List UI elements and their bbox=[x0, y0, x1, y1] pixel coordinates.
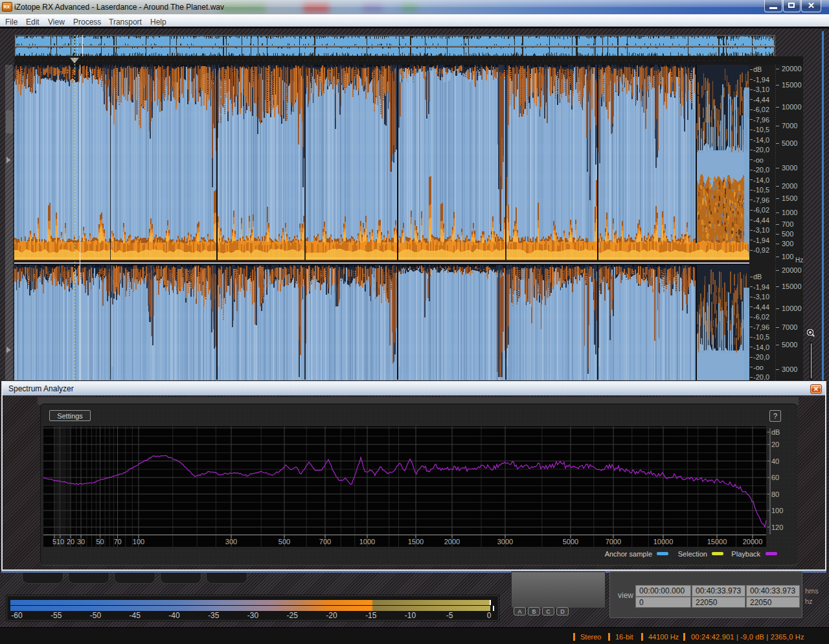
svg-text:120: 120 bbox=[771, 523, 783, 531]
svg-text:Playback: Playback bbox=[731, 550, 760, 558]
svg-text:100: 100 bbox=[133, 538, 144, 546]
svg-text:7000: 7000 bbox=[782, 122, 797, 130]
svg-text:3000: 3000 bbox=[782, 164, 797, 172]
svg-text:20000: 20000 bbox=[782, 266, 802, 274]
svg-text:-14,0: -14,0 bbox=[753, 343, 769, 351]
svg-text:5000: 5000 bbox=[563, 538, 578, 546]
svg-text:-4,44: -4,44 bbox=[753, 96, 769, 104]
svg-text:-1,94: -1,94 bbox=[753, 76, 769, 84]
svg-text:15000: 15000 bbox=[782, 81, 802, 89]
svg-text:80: 80 bbox=[771, 490, 779, 498]
svg-text:Hz: Hz bbox=[795, 257, 803, 264]
svg-text:-1,94: -1,94 bbox=[753, 283, 769, 291]
svg-text:-20,0: -20,0 bbox=[753, 166, 769, 174]
svg-text:-10,5: -10,5 bbox=[753, 333, 769, 341]
svg-text:dB: dB bbox=[753, 273, 762, 281]
svg-text:2000: 2000 bbox=[782, 182, 797, 190]
svg-text:20000: 20000 bbox=[782, 65, 802, 73]
svg-text:20: 20 bbox=[771, 441, 779, 448]
svg-text:300: 300 bbox=[782, 240, 793, 247]
svg-text:100: 100 bbox=[782, 253, 793, 260]
svg-text:-oo: -oo bbox=[753, 363, 764, 371]
svg-text:-3,10: -3,10 bbox=[753, 293, 769, 301]
svg-text:5000: 5000 bbox=[782, 139, 797, 147]
svg-text:-10,5: -10,5 bbox=[753, 126, 769, 133]
svg-text:2000: 2000 bbox=[444, 538, 460, 546]
svg-text:-6,02: -6,02 bbox=[753, 106, 769, 113]
svg-text:-20,0: -20,0 bbox=[753, 373, 769, 381]
svg-text:70: 70 bbox=[113, 538, 121, 546]
svg-text:1500: 1500 bbox=[782, 194, 797, 202]
svg-text:10000: 10000 bbox=[653, 538, 674, 546]
svg-text:5000: 5000 bbox=[782, 341, 797, 349]
svg-text:-7,96: -7,96 bbox=[753, 196, 769, 204]
svg-text:1500: 1500 bbox=[408, 538, 424, 546]
svg-text:-6,02: -6,02 bbox=[753, 206, 769, 214]
svg-text:Anchor sample: Anchor sample bbox=[605, 550, 652, 558]
svg-text:1000: 1000 bbox=[359, 538, 375, 546]
svg-text:-3,10: -3,10 bbox=[753, 226, 769, 234]
svg-text:-0,92: -0,92 bbox=[753, 246, 769, 254]
svg-text:500: 500 bbox=[278, 538, 290, 546]
svg-text:-20,0: -20,0 bbox=[753, 146, 769, 154]
svg-text:7000: 7000 bbox=[782, 323, 797, 331]
svg-text:-6,02: -6,02 bbox=[753, 313, 769, 321]
svg-text:-10,5: -10,5 bbox=[753, 186, 769, 194]
svg-text:-3,10: -3,10 bbox=[753, 86, 769, 93]
svg-text:30: 30 bbox=[77, 538, 85, 546]
svg-text:700: 700 bbox=[319, 538, 331, 546]
svg-text:20000: 20000 bbox=[743, 538, 763, 546]
svg-text:3000: 3000 bbox=[782, 365, 797, 373]
svg-text:50: 50 bbox=[96, 538, 104, 546]
svg-text:20: 20 bbox=[67, 538, 74, 546]
svg-text:40: 40 bbox=[771, 457, 779, 465]
svg-text:10000: 10000 bbox=[782, 103, 802, 111]
svg-text:-20,0: -20,0 bbox=[753, 353, 769, 361]
svg-text:-7,96: -7,96 bbox=[753, 116, 769, 124]
svg-text:-14,0: -14,0 bbox=[753, 176, 769, 184]
svg-text:-7,96: -7,96 bbox=[753, 323, 769, 331]
svg-text:-1,94: -1,94 bbox=[753, 236, 769, 244]
svg-text:300: 300 bbox=[225, 538, 237, 546]
svg-text:500: 500 bbox=[782, 230, 793, 238]
svg-text:-oo: -oo bbox=[753, 156, 764, 164]
svg-text:-14,0: -14,0 bbox=[753, 136, 769, 144]
svg-text:dB: dB bbox=[753, 65, 762, 73]
svg-text:15000: 15000 bbox=[782, 282, 802, 290]
svg-text:7000: 7000 bbox=[606, 538, 621, 546]
svg-text:15000: 15000 bbox=[707, 538, 727, 546]
svg-text:3000: 3000 bbox=[497, 538, 513, 546]
svg-text:dB: dB bbox=[771, 428, 780, 436]
svg-text:Selection: Selection bbox=[678, 550, 707, 558]
svg-text:10: 10 bbox=[56, 538, 64, 546]
svg-text:10000: 10000 bbox=[782, 305, 802, 312]
svg-text:700: 700 bbox=[782, 220, 793, 228]
svg-text:-4,44: -4,44 bbox=[753, 303, 769, 311]
svg-text:-4,44: -4,44 bbox=[753, 216, 769, 224]
svg-text:1000: 1000 bbox=[782, 209, 797, 216]
svg-text:60: 60 bbox=[771, 474, 779, 481]
svg-text:100: 100 bbox=[771, 507, 783, 514]
